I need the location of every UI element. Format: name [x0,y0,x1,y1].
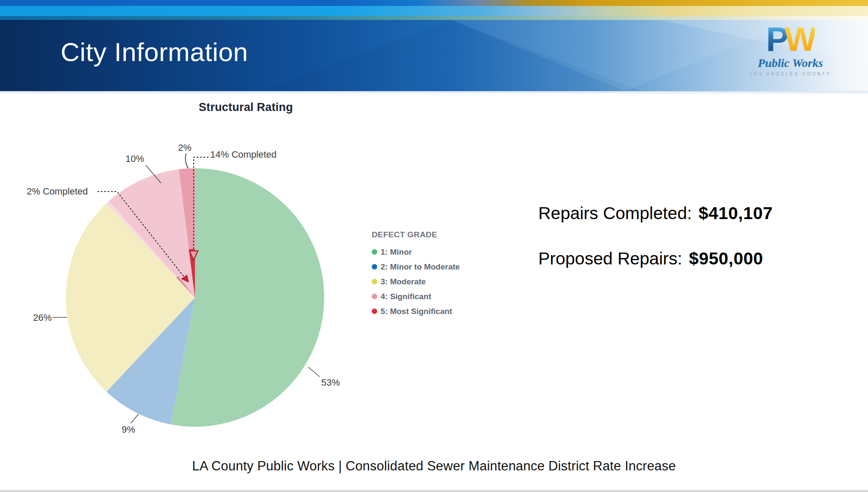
header-top-stripe-blue-gold [0,0,868,6]
slice-label-9: 9% [122,424,135,435]
header-top-stripe-lightblue [0,6,868,16]
legend-item-label: 1: Minor [381,247,412,257]
leader-53pct [308,367,320,377]
leader-9pct [131,414,139,423]
legend-item-label: 3: Moderate [381,277,426,286]
pw-monogram-p: P [766,20,787,58]
legend-color-dot-icon [372,264,377,270]
slice-label-53: 53% [321,377,340,388]
pie-slices [66,168,324,427]
slice-label-2: 2% [178,142,192,153]
stat-repairs-completed: Repairs Completed:$410,107 [538,203,773,224]
logo-subtitle: LOS ANGELES COUNTY [746,71,835,76]
legend-item-label: 4: Significant [381,292,431,301]
slice-label-26: 26% [33,312,52,323]
legend-item-label: 5: Most Significant [381,307,452,316]
slide-bottom-edge [0,490,868,492]
header-top-stripe-teal [0,16,868,20]
logo-name: Public Works [746,56,835,70]
annotation-2pct-completed: 2% Completed [27,186,88,197]
slide: City Information PW Public Works LOS ANG… [0,0,868,492]
legend-item: 2: Minor to Moderate [372,259,460,274]
legend-color-dot-icon [372,309,377,314]
pie-chart: 53% 9% 26% 10% 2% 14% Completed 2% Compl… [17,95,356,443]
annotation-14pct-completed: 14% Completed [210,149,277,160]
public-works-logo: PW Public Works LOS ANGELES COUNTY [746,23,835,76]
stat-proposed-repairs: Proposed Repairs:$950,000 [538,248,773,270]
stat-label: Repairs Completed: [538,203,692,223]
leader-2pct-hook [185,153,188,168]
legend-item-label: 2: Minor to Moderate [381,262,460,272]
repair-stats: Repairs Completed:$410,107 Proposed Repa… [538,203,773,270]
pw-monogram-w: W [785,20,815,58]
pw-monogram-icon: PW [746,23,835,56]
header-fade [0,91,868,95]
stat-value: $410,107 [698,203,773,223]
legend-item: 4: Significant [372,289,460,304]
legend-color-dot-icon [372,279,377,284]
legend-items: 1: Minor2: Minor to Moderate3: Moderate4… [372,245,460,319]
page-title: City Information [61,39,248,65]
legend-color-dot-icon [372,294,377,299]
stat-label: Proposed Repairs: [538,249,682,268]
legend-color-dot-icon [372,249,377,255]
slide-footer: LA County Public Works | Consolidated Se… [0,459,868,474]
legend-item: 1: Minor [372,245,460,259]
stat-value: $950,000 [689,249,763,268]
legend-title: DEFECT GRADE [372,230,460,239]
slice-label-10: 10% [125,153,144,164]
legend-item: 5: Most Significant [372,304,460,319]
chart-legend: DEFECT GRADE 1: Minor2: Minor to Moderat… [372,230,460,319]
legend-item: 3: Moderate [372,274,460,289]
